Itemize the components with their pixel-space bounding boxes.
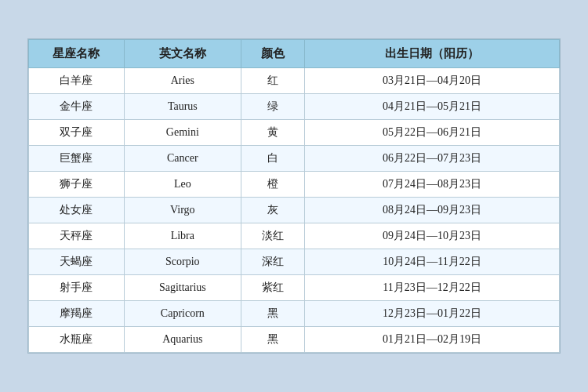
cell-date: 09月24日—10月23日 [305, 223, 560, 249]
cell-color: 紫红 [241, 275, 304, 301]
table-row: 白羊座Aries红03月21日—04月20日 [29, 68, 560, 94]
header-english: 英文名称 [124, 40, 241, 68]
cell-chinese: 白羊座 [29, 68, 125, 94]
table-row: 双子座Gemini黄05月22日—06月21日 [29, 120, 560, 146]
cell-chinese: 天蝎座 [29, 249, 125, 275]
cell-chinese: 处女座 [29, 198, 125, 223]
cell-color: 白 [241, 146, 304, 172]
cell-color: 深红 [241, 249, 304, 275]
cell-english: Leo [124, 172, 241, 198]
table-row: 巨蟹座Cancer白06月22日—07月23日 [29, 146, 560, 172]
cell-color: 灰 [241, 198, 304, 223]
table-header-row: 星座名称 英文名称 颜色 出生日期（阳历） [29, 40, 560, 68]
cell-chinese: 狮子座 [29, 172, 125, 198]
table-row: 处女座Virgo灰08月24日—09月23日 [29, 198, 560, 223]
table-row: 射手座Sagittarius紫红11月23日—12月22日 [29, 275, 560, 301]
cell-color: 绿 [241, 94, 304, 120]
cell-chinese: 天秤座 [29, 223, 125, 249]
zodiac-table-container: 星座名称 英文名称 颜色 出生日期（阳历） 白羊座Aries红03月21日—04… [27, 38, 561, 354]
table-row: 天蝎座Scorpio深红10月24日—11月22日 [29, 249, 560, 275]
cell-date: 03月21日—04月20日 [305, 68, 560, 94]
cell-date: 05月22日—06月21日 [305, 120, 560, 146]
table-row: 狮子座Leo橙07月24日—08月23日 [29, 172, 560, 198]
cell-english: Libra [124, 223, 241, 249]
cell-chinese: 摩羯座 [29, 301, 125, 327]
cell-color: 黑 [241, 301, 304, 327]
cell-color: 橙 [241, 172, 304, 198]
cell-chinese: 射手座 [29, 275, 125, 301]
table-row: 摩羯座Capricorn黑12月23日—01月22日 [29, 301, 560, 327]
header-chinese: 星座名称 [29, 40, 125, 68]
cell-english: Capricorn [124, 301, 241, 327]
cell-english: Aries [124, 68, 241, 94]
cell-color: 淡红 [241, 223, 304, 249]
cell-date: 06月22日—07月23日 [305, 146, 560, 172]
cell-chinese: 巨蟹座 [29, 146, 125, 172]
cell-english: Gemini [124, 120, 241, 146]
cell-english: Scorpio [124, 249, 241, 275]
cell-chinese: 水瓶座 [29, 327, 125, 353]
cell-color: 黑 [241, 327, 304, 353]
cell-date: 12月23日—01月22日 [305, 301, 560, 327]
table-row: 天秤座Libra淡红09月24日—10月23日 [29, 223, 560, 249]
header-date: 出生日期（阳历） [305, 40, 560, 68]
cell-date: 08月24日—09月23日 [305, 198, 560, 223]
cell-english: Sagittarius [124, 275, 241, 301]
cell-date: 07月24日—08月23日 [305, 172, 560, 198]
table-row: 金牛座Taurus绿04月21日—05月21日 [29, 94, 560, 120]
table-row: 水瓶座Aquarius黑01月21日—02月19日 [29, 327, 560, 353]
cell-color: 黄 [241, 120, 304, 146]
cell-english: Taurus [124, 94, 241, 120]
cell-color: 红 [241, 68, 304, 94]
cell-date: 01月21日—02月19日 [305, 327, 560, 353]
table-body: 白羊座Aries红03月21日—04月20日金牛座Taurus绿04月21日—0… [29, 68, 560, 353]
header-color: 颜色 [241, 40, 304, 68]
cell-date: 04月21日—05月21日 [305, 94, 560, 120]
cell-english: Cancer [124, 146, 241, 172]
cell-english: Virgo [124, 198, 241, 223]
cell-chinese: 双子座 [29, 120, 125, 146]
cell-chinese: 金牛座 [29, 94, 125, 120]
zodiac-table: 星座名称 英文名称 颜色 出生日期（阳历） 白羊座Aries红03月21日—04… [28, 39, 560, 353]
cell-date: 10月24日—11月22日 [305, 249, 560, 275]
cell-english: Aquarius [124, 327, 241, 353]
cell-date: 11月23日—12月22日 [305, 275, 560, 301]
